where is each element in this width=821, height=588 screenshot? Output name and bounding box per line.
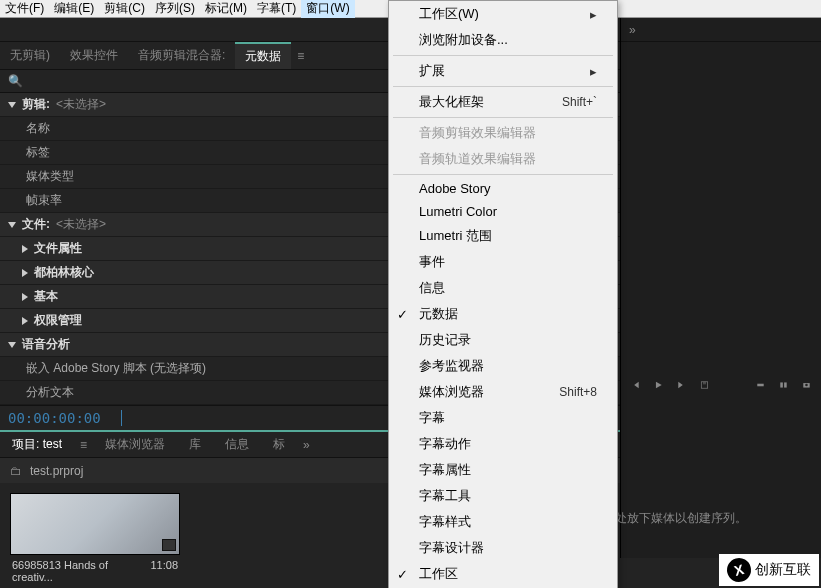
drop-hint: 处放下媒体以创建序列。: [615, 510, 747, 527]
menu-title[interactable]: 字幕(T): [252, 0, 301, 18]
video-icon: [162, 539, 176, 551]
tab-media-browser[interactable]: 媒体浏览器: [93, 436, 177, 453]
svg-rect-0: [701, 382, 707, 388]
menu-item[interactable]: 字幕动作: [389, 431, 617, 457]
menu-item[interactable]: 媒体浏览器Shift+8: [389, 379, 617, 405]
panel-menu-icon[interactable]: ≡: [74, 438, 93, 452]
watermark-text: 创新互联: [755, 561, 811, 579]
menu-item-label: 最大化框架: [419, 93, 484, 111]
menu-item-label: Adobe Story: [419, 181, 491, 196]
watermark-logo: X: [724, 555, 753, 584]
menu-separator: [393, 117, 613, 118]
menu-item[interactable]: 扩展▸: [389, 58, 617, 84]
menu-shortcut: Shift+8: [559, 385, 597, 399]
panel-menu-icon[interactable]: ≡: [291, 49, 310, 63]
menu-item[interactable]: 最大化框架Shift+`: [389, 89, 617, 115]
menu-item-label: 字幕动作: [419, 435, 471, 453]
menu-item-label: Lumetri Color: [419, 204, 497, 219]
menu-item[interactable]: Adobe Story: [389, 177, 617, 200]
menu-item[interactable]: 字幕样式: [389, 509, 617, 535]
menu-item-label: Lumetri 范围: [419, 227, 492, 245]
file-subtitle: <未选择>: [56, 216, 106, 233]
overflow-icon[interactable]: »: [297, 438, 316, 452]
tab-project[interactable]: 项目: test: [0, 436, 74, 453]
menu-file[interactable]: 文件(F): [0, 0, 49, 18]
prev-frame-icon[interactable]: [631, 378, 640, 392]
menu-marker[interactable]: 标记(M): [200, 0, 252, 18]
menu-item-label: 事件: [419, 253, 445, 271]
menu-item: 音频轨道效果编辑器: [389, 146, 617, 172]
menu-item[interactable]: 字幕设计器: [389, 535, 617, 561]
menu-item-label: 历史记录: [419, 331, 471, 349]
svg-rect-3: [784, 382, 787, 387]
extract-icon[interactable]: [779, 378, 788, 392]
clip-name: 66985813 Hands of creativ...: [12, 559, 150, 583]
clip-subtitle: <未选择>: [56, 96, 106, 113]
next-frame-icon[interactable]: [677, 378, 686, 392]
chevron-down-icon: [8, 342, 16, 348]
camera-icon[interactable]: [802, 378, 811, 392]
menu-item-label: 字幕设计器: [419, 539, 484, 557]
tab-info[interactable]: 信息: [213, 436, 261, 453]
menu-item[interactable]: ✓元数据: [389, 301, 617, 327]
tab-metadata[interactable]: 元数据: [235, 42, 291, 69]
menu-item[interactable]: Lumetri 范围: [389, 223, 617, 249]
menu-item-label: 字幕样式: [419, 513, 471, 531]
menu-item-label: 音频剪辑效果编辑器: [419, 124, 536, 142]
menu-shortcut: Shift+`: [562, 95, 597, 109]
watermark: X 创新互联: [719, 554, 819, 586]
chevron-right-icon: [22, 293, 28, 301]
clip-duration: 11:08: [150, 559, 178, 583]
check-icon: ✓: [397, 307, 408, 322]
menu-sequence[interactable]: 序列(S): [150, 0, 200, 18]
menu-item[interactable]: 历史记录: [389, 327, 617, 353]
menu-item-label: 浏览附加设备...: [419, 31, 508, 49]
folder-icon[interactable]: 🗀: [10, 464, 22, 478]
menu-item[interactable]: 参考监视器: [389, 353, 617, 379]
menu-item-label: 元数据: [419, 305, 458, 323]
menu-clip[interactable]: 剪辑(C): [99, 0, 150, 18]
program-monitor: »: [620, 18, 821, 558]
menu-item-label: 参考监视器: [419, 357, 484, 375]
menu-item[interactable]: ✓工作区: [389, 561, 617, 587]
menu-item-label: 音频轨道效果编辑器: [419, 150, 536, 168]
menu-item-label: 工作区: [419, 565, 458, 583]
svg-rect-2: [780, 382, 783, 387]
thumbnail-image: [10, 493, 180, 555]
file-title: 文件:: [22, 216, 50, 233]
search-icon: 🔍: [8, 74, 23, 88]
menu-separator: [393, 86, 613, 87]
check-icon: ✓: [397, 567, 408, 582]
menu-item[interactable]: 信息: [389, 275, 617, 301]
project-filename: test.prproj: [30, 464, 83, 478]
menu-separator: [393, 55, 613, 56]
clip-thumbnail[interactable]: 66985813 Hands of creativ... 11:08: [10, 493, 180, 587]
menu-edit[interactable]: 编辑(E): [49, 0, 99, 18]
play-icon[interactable]: [654, 378, 663, 392]
menu-item[interactable]: 字幕属性: [389, 457, 617, 483]
clip-title: 剪辑:: [22, 96, 50, 113]
monitor-tabs: »: [621, 18, 821, 42]
menu-window[interactable]: 窗口(W): [301, 0, 354, 18]
menu-item[interactable]: 字幕工具: [389, 483, 617, 509]
timecode[interactable]: 00:00:00:00: [8, 410, 101, 426]
menu-item-label: 字幕属性: [419, 461, 471, 479]
overflow-icon[interactable]: »: [629, 23, 636, 37]
svg-point-5: [805, 384, 808, 387]
export-frame-icon[interactable]: [700, 378, 709, 392]
menu-item-label: 扩展: [419, 62, 445, 80]
menu-item[interactable]: 工作区(W)▸: [389, 1, 617, 27]
submenu-arrow-icon: ▸: [590, 64, 597, 79]
menu-item[interactable]: 事件: [389, 249, 617, 275]
menu-item[interactable]: 浏览附加设备...: [389, 27, 617, 53]
menu-item[interactable]: 字幕: [389, 405, 617, 431]
chevron-down-icon: [8, 222, 16, 228]
tab-audio-mixer[interactable]: 音频剪辑混合器:: [128, 42, 235, 69]
tab-library[interactable]: 库: [177, 436, 213, 453]
tab-effect-controls[interactable]: 效果控件: [60, 42, 128, 69]
tab-noclip[interactable]: 无剪辑): [0, 42, 60, 69]
tab-markers[interactable]: 标: [261, 436, 297, 453]
lift-icon[interactable]: [756, 378, 765, 392]
menu-item-label: 工作区(W): [419, 5, 479, 23]
menu-item[interactable]: Lumetri Color: [389, 200, 617, 223]
